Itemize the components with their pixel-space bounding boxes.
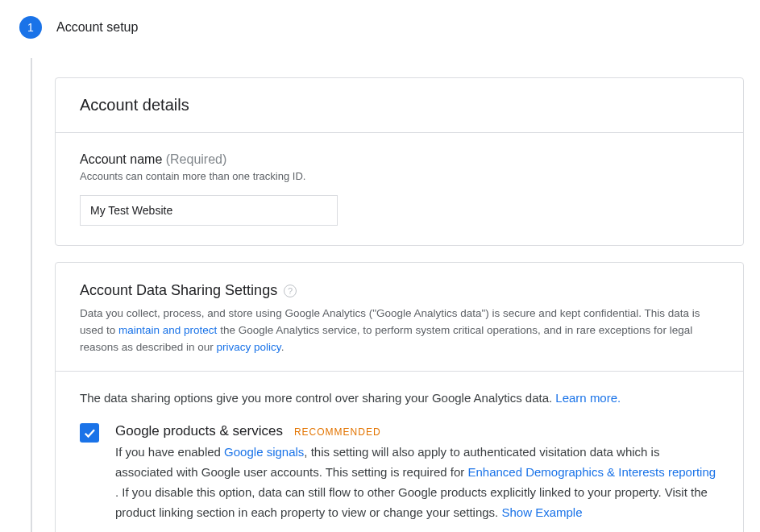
account-name-input[interactable] [80, 195, 338, 226]
check-icon [82, 426, 97, 440]
control-text-part: The data sharing options give you more c… [80, 391, 555, 405]
step-header: 1 Account setup [19, 16, 744, 39]
option-description: If you have enabled Google signals, this… [115, 443, 719, 522]
data-sharing-header: Account Data Sharing Settings ? Data you… [56, 263, 743, 372]
recommended-badge: RECOMMENDED [294, 426, 381, 438]
data-sharing-heading: Account Data Sharing Settings ? [80, 282, 719, 299]
required-text: (Required) [166, 152, 227, 166]
google-signals-link[interactable]: Google signals [224, 445, 304, 459]
account-details-card: Account details Account name (Required) … [55, 77, 744, 246]
data-sharing-body: The data sharing options give you more c… [56, 372, 743, 532]
desc-part3: . [281, 341, 284, 353]
option-checkbox[interactable] [80, 423, 99, 443]
maintain-protect-link[interactable]: maintain and protect [118, 324, 217, 336]
data-sharing-heading-text: Account Data Sharing Settings [80, 282, 277, 299]
help-icon[interactable]: ? [284, 285, 297, 297]
account-name-label-text: Account name [80, 152, 162, 166]
option-content: Google products & services RECOMMENDED I… [115, 423, 719, 522]
show-example-link[interactable]: Show Example [501, 505, 582, 519]
step-number-badge: 1 [19, 16, 42, 39]
step-title: Account setup [56, 20, 138, 35]
enhanced-demographics-link[interactable]: Enhanced Demographics & Interests report… [467, 465, 716, 479]
privacy-policy-link[interactable]: privacy policy [217, 341, 281, 353]
account-details-heading: Account details [80, 96, 719, 114]
option-google-products: Google products & services RECOMMENDED I… [80, 423, 719, 522]
data-sharing-card: Account Data Sharing Settings ? Data you… [55, 262, 744, 532]
account-details-body: Account name (Required) Accounts can con… [56, 133, 743, 245]
learn-more-link[interactable]: Learn more. [555, 391, 621, 405]
option-title: Google products & services [115, 423, 283, 439]
control-text: The data sharing options give you more c… [80, 389, 719, 408]
data-sharing-description: Data you collect, process, and store usi… [80, 305, 719, 356]
opt-d1: If you have enabled [115, 445, 224, 459]
account-details-header: Account details [56, 78, 743, 133]
account-name-hint: Accounts can contain more than one track… [80, 170, 719, 182]
step-content: Account details Account name (Required) … [31, 58, 744, 532]
opt-d3: . If you disable this option, data can s… [115, 485, 708, 519]
option-title-row: Google products & services RECOMMENDED [115, 423, 719, 439]
account-name-label: Account name (Required) [80, 152, 719, 167]
